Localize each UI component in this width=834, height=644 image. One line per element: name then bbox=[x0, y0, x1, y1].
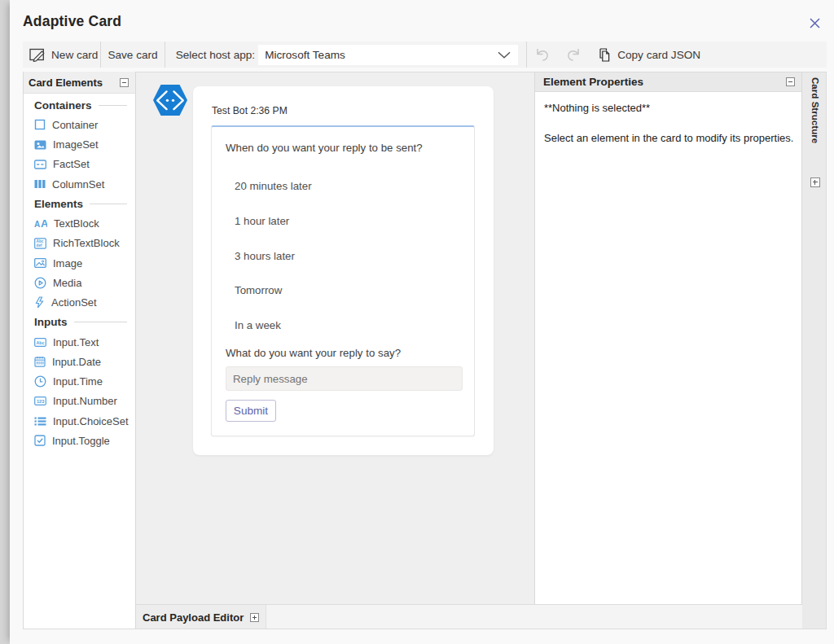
svg-text:def: def bbox=[37, 243, 42, 248]
svg-text:A: A bbox=[41, 218, 47, 230]
svg-text:123: 123 bbox=[37, 399, 44, 404]
svg-text:A: A bbox=[34, 220, 40, 229]
svg-text:Abc: Abc bbox=[37, 340, 45, 344]
